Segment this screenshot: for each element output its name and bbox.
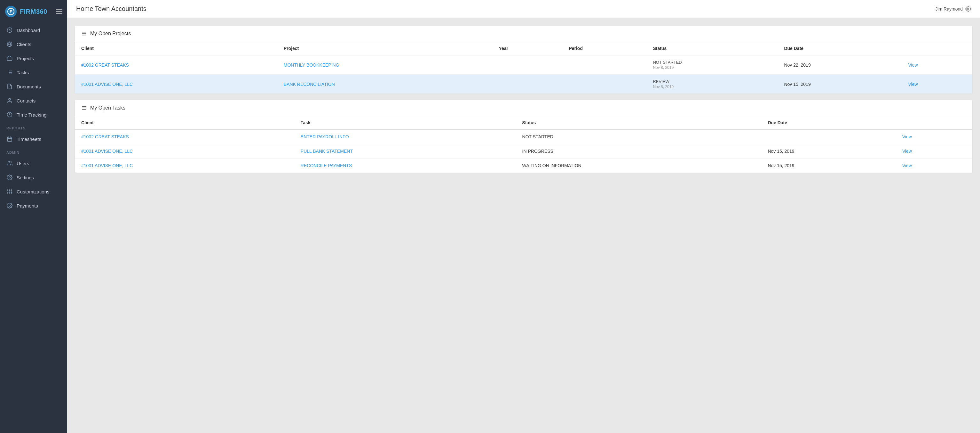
svg-rect-4 xyxy=(7,57,12,61)
project-row1-view[interactable]: View xyxy=(908,62,918,67)
svg-point-11 xyxy=(9,98,11,100)
tasks-table: Client Task Status Due Date #1002 GREAT … xyxy=(75,116,972,173)
svg-point-18 xyxy=(9,177,11,178)
projects-col-action xyxy=(902,42,972,55)
sidebar-label-tasks: Tasks xyxy=(17,70,29,75)
project-row2-period xyxy=(562,75,646,94)
sidebar-label-contacts: Contacts xyxy=(17,98,35,104)
globe-icon xyxy=(6,41,13,47)
project-row2-client[interactable]: #1001 ADVISE ONE, LLC xyxy=(81,81,133,87)
sidebar-logo: F FIRM360 xyxy=(0,0,67,23)
projects-col-project: Project xyxy=(277,42,493,55)
projects-col-duedate: Due Date xyxy=(778,42,902,55)
task-row1-status: NOT STARTED xyxy=(516,129,762,144)
project-row2-view[interactable]: View xyxy=(908,81,918,87)
settings-icon xyxy=(6,174,13,181)
tasks-card: My Open Tasks Client Task Status Due Dat… xyxy=(75,100,972,173)
table-row: #1001 ADVISE ONE, LLC BANK RECONCILIATIO… xyxy=(75,75,972,94)
sidebar-item-payments[interactable]: Payments xyxy=(0,198,67,213)
table-row: #1001 ADVISE ONE, LLC PULL BANK STATEMEN… xyxy=(75,144,972,158)
task-row3-client[interactable]: #1001 ADVISE ONE, LLC xyxy=(81,163,133,168)
projects-col-period: Period xyxy=(562,42,646,55)
reports-section-label: REPORTS xyxy=(0,122,67,132)
sidebar-label-documents: Documents xyxy=(17,84,41,89)
tasks-header-icon xyxy=(81,105,87,111)
project-row2-duedate: Nov 15, 2019 xyxy=(778,75,902,94)
tasks-col-action xyxy=(896,116,972,129)
sidebar-item-dashboard[interactable]: Dashboard xyxy=(0,23,67,37)
main-area: Home Town Accountants Jim Raymond My Ope… xyxy=(67,0,980,433)
project-row2-year xyxy=(492,75,562,94)
sidebar-item-settings[interactable]: Settings xyxy=(0,170,67,184)
sliders-icon xyxy=(6,188,13,195)
sidebar-item-clients[interactable]: Clients xyxy=(0,37,67,51)
user-menu[interactable]: Jim Raymond xyxy=(935,6,971,12)
projects-card-header: My Open Projects xyxy=(75,26,972,42)
svg-text:F: F xyxy=(10,9,12,14)
sidebar-label-timesheets: Timesheets xyxy=(17,136,41,142)
tasks-icon xyxy=(6,69,13,75)
project-row1-period xyxy=(562,55,646,75)
task-row1-task[interactable]: ENTER PAYROLL INFO xyxy=(301,134,349,139)
sidebar-label-clients: Clients xyxy=(17,42,31,47)
projects-col-client: Client xyxy=(75,42,277,55)
table-row: #1002 GREAT STEAKS ENTER PAYROLL INFO NO… xyxy=(75,129,972,144)
sidebar-item-documents[interactable]: Documents xyxy=(0,80,67,94)
sidebar: F FIRM360 Dashboard Clients Projects Tas… xyxy=(0,0,67,433)
project-row1-duedate: Nov 22, 2019 xyxy=(778,55,902,75)
admin-section-label: ADMIN xyxy=(0,146,67,156)
sidebar-label-customizations: Customizations xyxy=(17,189,49,194)
task-row1-view[interactable]: View xyxy=(902,134,912,139)
task-row2-task[interactable]: PULL BANK STATEMENT xyxy=(301,149,353,154)
projects-col-status: Status xyxy=(646,42,778,55)
firm360-logo-icon: F xyxy=(5,6,17,17)
tasks-card-title: My Open Tasks xyxy=(90,105,126,111)
project-row2-project[interactable]: BANK RECONCILIATION xyxy=(284,81,335,87)
briefcase-icon xyxy=(6,55,13,61)
sidebar-label-projects: Projects xyxy=(17,56,34,61)
tasks-col-task: Task xyxy=(294,116,516,129)
task-row2-view[interactable]: View xyxy=(902,149,912,154)
task-row1-duedate xyxy=(761,129,896,144)
project-row1-status: NOT STARTED Nov 8, 2019 xyxy=(646,55,778,75)
sidebar-label-time-tracking: Time Tracking xyxy=(17,112,47,118)
topbar: Home Town Accountants Jim Raymond xyxy=(67,0,980,18)
projects-table: Client Project Year Period Status Due Da… xyxy=(75,42,972,94)
hamburger-button[interactable] xyxy=(56,9,62,14)
projects-card-title: My Open Projects xyxy=(90,31,131,37)
task-row2-client[interactable]: #1001 ADVISE ONE, LLC xyxy=(81,149,133,154)
tasks-col-duedate: Due Date xyxy=(761,116,896,129)
projects-col-year: Year xyxy=(492,42,562,55)
sidebar-item-projects[interactable]: Projects xyxy=(0,51,67,66)
sidebar-label-users: Users xyxy=(17,161,29,166)
table-row: #1001 ADVISE ONE, LLC RECONCILE PAYMENTS… xyxy=(75,158,972,173)
svg-point-29 xyxy=(967,8,969,10)
payments-icon xyxy=(6,202,13,209)
projects-header-icon xyxy=(81,31,87,37)
tasks-col-status: Status xyxy=(516,116,762,129)
sidebar-label-payments: Payments xyxy=(17,203,38,208)
page-title: Home Town Accountants xyxy=(76,5,146,13)
contacts-icon xyxy=(6,97,13,104)
task-row3-duedate: Nov 15, 2019 xyxy=(761,158,896,173)
task-row1-client[interactable]: #1002 GREAT STEAKS xyxy=(81,134,129,139)
sidebar-item-customizations[interactable]: Customizations xyxy=(0,184,67,198)
sidebar-item-timesheets[interactable]: Timesheets xyxy=(0,132,67,146)
task-row3-view[interactable]: View xyxy=(902,163,912,168)
tasks-card-header: My Open Tasks xyxy=(75,100,972,116)
svg-rect-13 xyxy=(7,137,12,142)
project-row1-client[interactable]: #1002 GREAT STEAKS xyxy=(81,62,129,67)
sidebar-item-contacts[interactable]: Contacts xyxy=(0,94,67,108)
project-row1-project[interactable]: MONTHLY BOOKKEEPING xyxy=(284,62,339,67)
tasks-col-client: Client xyxy=(75,116,294,129)
content-area: My Open Projects Client Project Year Per… xyxy=(67,18,980,433)
timesheets-icon xyxy=(6,136,13,142)
sidebar-item-time-tracking[interactable]: Time Tracking xyxy=(0,108,67,122)
project-row2-status: REVIEW Nov 8, 2019 xyxy=(646,75,778,94)
gear-icon[interactable] xyxy=(965,6,971,12)
clock-icon xyxy=(6,112,13,118)
sidebar-item-tasks[interactable]: Tasks xyxy=(0,66,67,80)
task-row2-status: IN PROGRESS xyxy=(516,144,762,158)
sidebar-item-users[interactable]: Users xyxy=(0,156,67,170)
task-row3-task[interactable]: RECONCILE PAYMENTS xyxy=(301,163,352,168)
